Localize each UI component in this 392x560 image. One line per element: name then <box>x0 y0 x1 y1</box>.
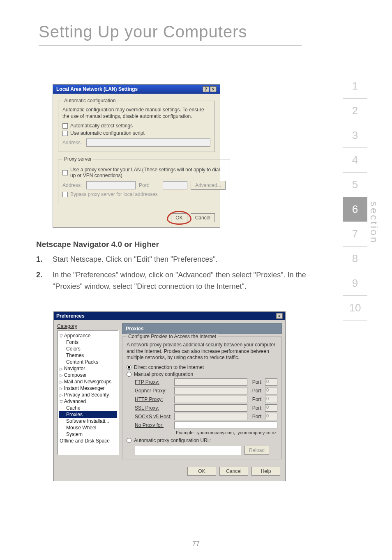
tree-appearance[interactable]: Appearance <box>59 332 117 339</box>
netscape-heading: Netscape Navigator 4.0 or Higher <box>36 240 309 249</box>
tree-system[interactable]: System <box>59 431 117 438</box>
radio-icon[interactable] <box>127 438 131 443</box>
socks-host-label: SOCKS v5 Host: <box>135 414 172 419</box>
section-nav-1[interactable]: 1 <box>343 74 367 99</box>
proxies-fieldset: Configure Proxies to Access the Internet… <box>122 336 282 459</box>
auto-config-text: Automatic configuration may override man… <box>62 107 210 120</box>
radio-auto-url-row[interactable]: Automatic proxy configuration URL: <box>127 438 277 443</box>
cancel-button[interactable]: Cancel <box>191 213 215 222</box>
step-number-2: 2. <box>36 270 53 293</box>
tree-themes[interactable]: Themes <box>59 352 117 359</box>
address-input <box>86 138 210 147</box>
ok-button[interactable]: OK <box>187 467 216 476</box>
body-text: Netscape Navigator 4.0 or Higher 1. Star… <box>36 240 309 297</box>
pref-titlebar: Preferences × <box>54 312 285 320</box>
tree-cache[interactable]: Cache <box>59 405 117 411</box>
close-icon[interactable]: × <box>210 86 217 92</box>
bypass-row: Bypass proxy server for local addresses <box>62 191 226 197</box>
tree-navigator[interactable]: Navigator <box>59 365 117 372</box>
tree-proxies[interactable]: Proxies <box>59 411 117 418</box>
checkbox-icon <box>62 192 68 197</box>
http-port-label: Port: <box>252 396 263 402</box>
proxy-legend: Proxy server <box>62 156 93 162</box>
reload-button: Reload <box>244 446 269 455</box>
proxy-address-label: Address: <box>62 182 83 188</box>
auto-config-legend: Automatic configuration <box>62 98 117 104</box>
section-nav-7[interactable]: 7 <box>343 222 367 247</box>
tree-mouse-wheel[interactable]: Mouse Wheel <box>59 424 117 431</box>
tree-fonts[interactable]: Fonts <box>59 339 117 346</box>
section-nav: 1 2 3 4 5 6 7 8 9 10 <box>343 74 367 320</box>
section-nav-2[interactable]: 2 <box>343 99 367 123</box>
no-proxy-label: No Proxy for: <box>135 422 172 428</box>
ok-button[interactable]: OK <box>171 213 187 222</box>
radio-manual-row[interactable]: Manual proxy configuration <box>127 371 277 377</box>
auto-detect-row[interactable]: Automatically detect settings <box>62 123 210 129</box>
section-nav-10[interactable]: 10 <box>343 296 367 320</box>
proxy-fieldset: Proxy server Use a proxy server for your… <box>58 156 230 204</box>
checkbox-icon[interactable] <box>62 170 68 175</box>
use-proxy-row[interactable]: Use a proxy server for your LAN (These s… <box>62 167 226 178</box>
tree-mail[interactable]: Mail and Newsgroups <box>59 378 117 385</box>
page-title: Setting Up your Computers <box>39 23 247 41</box>
tree-privacy[interactable]: Privacy and Security <box>59 392 117 398</box>
ftp-port-label: Port: <box>252 379 263 385</box>
section-nav-3[interactable]: 3 <box>343 123 367 148</box>
auto-url-input[interactable] <box>135 446 241 455</box>
cancel-button[interactable]: Cancel <box>219 467 248 476</box>
page-number: 77 <box>0 540 392 548</box>
proxy-port-input <box>163 181 187 189</box>
no-proxy-input[interactable] <box>174 422 277 429</box>
socks-host-input <box>174 413 247 420</box>
ssl-proxy-input <box>174 404 247 412</box>
preferences-dialog: Preferences × Category Appearance Fonts … <box>53 311 286 481</box>
bypass-label: Bypass proxy server for local addresses <box>70 191 158 197</box>
radio-direct-row[interactable]: Direct connection to the Internet <box>127 364 277 370</box>
http-port-input: 0 <box>265 396 277 403</box>
socks-port-label: Port: <box>252 414 263 419</box>
section-nav-6[interactable]: 6 <box>343 197 367 222</box>
checkbox-icon[interactable] <box>62 123 68 129</box>
proxy-address-input <box>86 181 136 189</box>
title-rule <box>39 45 302 46</box>
section-label: section <box>368 201 380 244</box>
gopher-port-input: 0 <box>265 387 277 394</box>
gopher-port-label: Port: <box>252 388 263 394</box>
ok-highlight-circle: OK <box>171 213 187 222</box>
ftp-proxy-input <box>174 378 247 386</box>
proxies-panel-title: Proxies <box>122 323 282 334</box>
lan-title: Local Area Network (LAN) Settings <box>56 86 138 92</box>
auto-script-row[interactable]: Use automatic configuration script <box>62 130 210 136</box>
checkbox-icon[interactable] <box>62 131 68 136</box>
category-label: Category <box>57 323 119 329</box>
help-button[interactable]: Help <box>251 467 280 476</box>
tree-content-packs[interactable]: Content Packs <box>59 359 117 365</box>
tree-offline[interactable]: Offline and Disk Space <box>59 438 117 444</box>
help-icon[interactable]: ? <box>203 86 209 92</box>
close-icon[interactable]: × <box>276 313 283 319</box>
lan-titlebar: Local Area Network (LAN) Settings ? × <box>53 85 220 94</box>
gopher-proxy-input <box>174 387 247 394</box>
tree-instant-messenger[interactable]: Instant Messenger <box>59 385 117 392</box>
proxies-fieldset-legend: Configure Proxies to Access the Internet <box>127 334 218 339</box>
tree-advanced[interactable]: Advanced <box>59 398 117 405</box>
radio-icon[interactable] <box>127 372 131 377</box>
tree-composer[interactable]: Composer <box>59 372 117 378</box>
tree-colors[interactable]: Colors <box>59 346 117 352</box>
ssl-port-input: 0 <box>265 404 277 412</box>
pref-title: Preferences <box>56 313 85 319</box>
step-text-2: In the "Preferences" window, click on "A… <box>53 270 309 293</box>
example-text: Example: .yourcompany.com, .yourcompany.… <box>176 430 277 435</box>
use-proxy-label: Use a proxy server for your LAN (These s… <box>70 167 226 178</box>
section-nav-8[interactable]: 8 <box>343 247 367 271</box>
section-nav-4[interactable]: 4 <box>343 148 367 173</box>
tree-software[interactable]: Software Installati... <box>59 418 117 424</box>
radio-icon[interactable] <box>127 365 131 370</box>
category-tree[interactable]: Appearance Fonts Colors Themes Content P… <box>57 330 119 455</box>
socks-port-input: 0 <box>265 413 277 420</box>
advanced-button: Advanced... <box>191 181 226 190</box>
section-nav-5[interactable]: 5 <box>343 173 367 197</box>
step-text-1: Start Netscape. Click on "Edit" then "Pr… <box>53 254 309 265</box>
section-nav-9[interactable]: 9 <box>343 271 367 296</box>
ssl-proxy-label: SSL Proxy: <box>135 405 172 411</box>
